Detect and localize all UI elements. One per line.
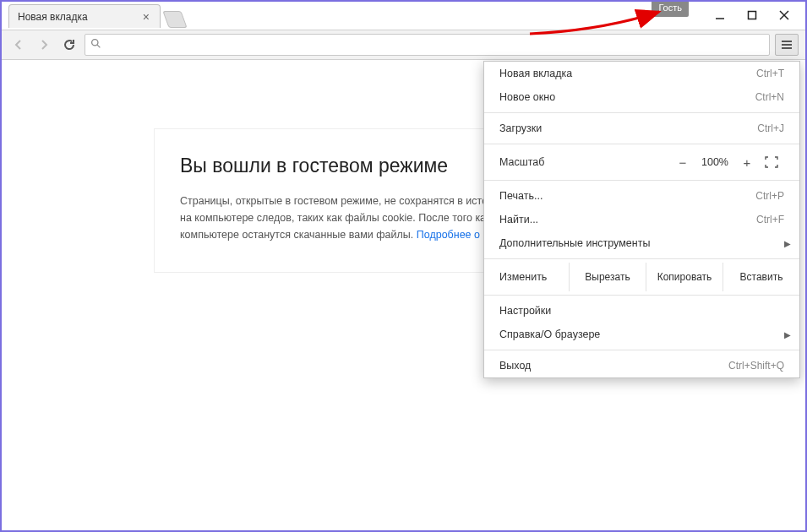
forward-button[interactable] (34, 35, 54, 55)
chrome-menu: Новая вкладка Ctrl+T Новое окно Ctrl+N З… (483, 61, 800, 378)
close-button[interactable] (768, 5, 800, 25)
maximize-button[interactable] (736, 5, 768, 25)
chrome-menu-button[interactable] (775, 34, 799, 56)
svg-rect-1 (749, 12, 756, 19)
chevron-right-icon: ▶ (784, 239, 791, 248)
menu-label: Новое окно (499, 91, 755, 103)
svg-point-4 (92, 40, 98, 46)
reload-button[interactable] (59, 35, 79, 55)
menu-new-window[interactable]: Новое окно Ctrl+N (484, 85, 799, 109)
menu-separator (484, 112, 799, 113)
fullscreen-button[interactable] (759, 156, 784, 168)
menu-shortcut: Ctrl+T (756, 68, 784, 79)
address-bar[interactable] (85, 34, 770, 56)
menu-label: Найти... (499, 214, 756, 225)
minimize-button[interactable] (704, 5, 736, 25)
menu-zoom: Масштаб − 100% + (484, 148, 799, 176)
menu-label: Новая вкладка (499, 68, 756, 79)
menu-print[interactable]: Печать... Ctrl+P (484, 184, 799, 208)
menu-separator (484, 180, 799, 181)
zoom-in-button[interactable]: + (735, 155, 759, 170)
back-button[interactable] (8, 35, 29, 55)
menu-separator (484, 144, 799, 144)
guest-badge[interactable]: Гость (652, 2, 689, 17)
titlebar: Новая вкладка × Гость (2, 2, 805, 30)
tab-close-icon[interactable]: × (141, 10, 151, 24)
menu-more-tools[interactable]: Дополнительные инструменты ▶ (484, 231, 799, 255)
menu-shortcut: Ctrl+F (756, 214, 784, 225)
zoom-value: 100% (695, 156, 735, 168)
menu-shortcut: Ctrl+N (755, 91, 784, 103)
menu-downloads[interactable]: Загрузки Ctrl+J (484, 117, 799, 140)
tab-title: Новая вкладка (18, 11, 88, 23)
address-input[interactable] (106, 35, 764, 55)
toolbar (2, 30, 805, 60)
menu-separator (484, 258, 799, 259)
menu-shortcut: Ctrl+Shift+Q (728, 360, 784, 372)
menu-separator (484, 350, 799, 350)
menu-shortcut: Ctrl+P (755, 190, 784, 202)
menu-find[interactable]: Найти... Ctrl+F (484, 208, 799, 231)
menu-separator (484, 295, 799, 296)
menu-label: Дополнительные инструменты (499, 237, 784, 249)
copy-button[interactable]: Копировать (646, 263, 722, 291)
menu-label: Настройки (499, 305, 784, 317)
svg-line-5 (97, 45, 100, 47)
zoom-label: Масштаб (499, 156, 671, 168)
menu-exit[interactable]: Выход Ctrl+Shift+Q (484, 354, 799, 377)
menu-new-tab[interactable]: Новая вкладка Ctrl+T (484, 62, 799, 85)
menu-label: Справка/О браузере (499, 328, 784, 340)
menu-help[interactable]: Справка/О браузере ▶ (484, 323, 799, 346)
paste-button[interactable]: Вставить (722, 263, 799, 291)
chevron-right-icon: ▶ (784, 330, 791, 339)
menu-shortcut: Ctrl+J (757, 122, 784, 134)
tab-strip: Новая вкладка × (8, 4, 184, 28)
menu-label: Загрузки (499, 122, 757, 134)
window-controls (704, 5, 800, 25)
edit-label: Изменить (484, 263, 569, 291)
menu-settings[interactable]: Настройки (484, 299, 799, 323)
browser-tab[interactable]: Новая вкладка × (8, 4, 161, 28)
menu-edit-row: Изменить Вырезать Копировать Вставить (484, 263, 799, 291)
cut-button[interactable]: Вырезать (569, 263, 646, 291)
menu-label: Выход (499, 360, 728, 372)
zoom-out-button[interactable]: − (671, 155, 695, 170)
search-icon (90, 37, 101, 52)
menu-label: Печать... (499, 190, 755, 202)
new-tab-button[interactable] (162, 11, 187, 28)
